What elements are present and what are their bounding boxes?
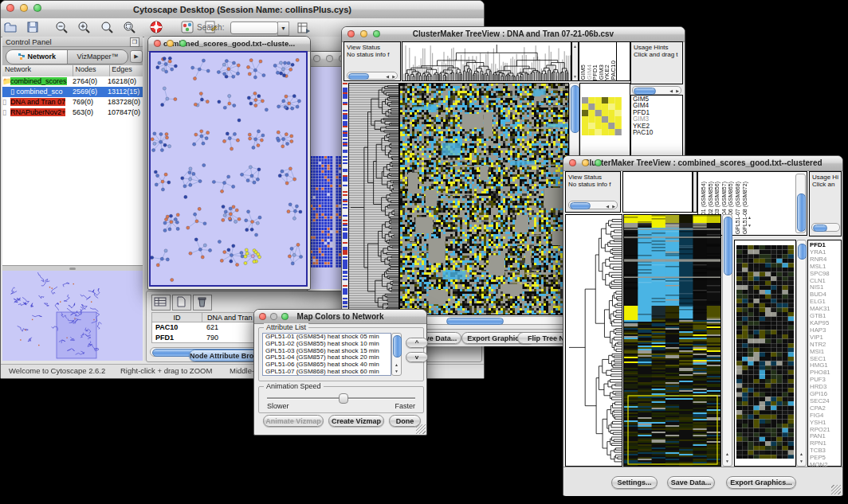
attribute-item[interactable]: GPL51-07 (GSM868) heat shock 60 min xyxy=(263,369,391,376)
gene-label[interactable]: RNR4 xyxy=(810,256,841,264)
close-icon[interactable] xyxy=(154,40,161,47)
scroll-up-icon[interactable] xyxy=(748,215,752,220)
col-id[interactable]: ID xyxy=(152,313,202,322)
gene-label[interactable]: GTB1 xyxy=(810,313,841,320)
zoom-window-icon[interactable] xyxy=(595,159,602,166)
network-overview-canvas[interactable] xyxy=(2,271,143,361)
mini-heatmap-pane[interactable] xyxy=(734,240,796,467)
hscroll-thumb[interactable] xyxy=(813,225,827,232)
gene-label[interactable]: TCB3 xyxy=(810,447,841,455)
zoom-out-icon[interactable] xyxy=(54,20,69,34)
col-edges[interactable]: Edges xyxy=(109,65,143,76)
usage-hints-hscrollbar[interactable] xyxy=(632,86,681,95)
heatmap-pane[interactable] xyxy=(623,214,721,467)
scroll-down-icon[interactable] xyxy=(748,223,752,228)
gene-label[interactable]: PHO81 xyxy=(810,369,841,377)
scroll-down-icon[interactable] xyxy=(395,369,398,373)
attribute-grid-icon[interactable] xyxy=(151,295,171,311)
attribute-item[interactable]: GPL51-03 (GSM856) heat shock 15 min xyxy=(263,348,391,355)
gene-label[interactable]: HMG1 xyxy=(810,362,841,369)
row-dendrogram-pane[interactable] xyxy=(565,214,622,467)
hscroll-thumb[interactable] xyxy=(570,202,591,209)
close-icon[interactable] xyxy=(347,30,355,37)
gene-label[interactable]: SEC1 xyxy=(810,356,841,363)
resize-grip[interactable] xyxy=(416,424,426,434)
heatmap-pane[interactable] xyxy=(399,83,569,315)
close-icon[interactable] xyxy=(569,159,576,166)
scroll-right-icon[interactable] xyxy=(612,203,615,210)
column-label[interactable]: YKE2 xyxy=(604,64,610,80)
row-dendrogram-pane[interactable] xyxy=(348,83,399,315)
close-icon[interactable] xyxy=(313,55,320,62)
column-label[interactable]: GPL51-07 (GSM868) xyxy=(735,182,742,234)
scroll-down-icon[interactable] xyxy=(573,74,577,79)
gene-label[interactable]: KAP95 xyxy=(810,320,841,327)
column-dendrogram-pane[interactable] xyxy=(622,171,693,213)
gene-label[interactable]: PAN1 xyxy=(810,433,841,440)
column-label[interactable]: PAC10 xyxy=(610,61,617,80)
scroll-left-icon[interactable] xyxy=(606,203,609,210)
delete-attribute-icon[interactable] xyxy=(193,295,212,311)
column-dendrogram-canvas[interactable] xyxy=(402,42,571,80)
main-title-bar[interactable]: Cytoscape Desktop (Session Name: collins… xyxy=(1,1,484,19)
gene-label[interactable]: ELG1 xyxy=(810,299,841,306)
open-file-icon[interactable] xyxy=(3,20,18,34)
scroll-up-icon[interactable] xyxy=(725,451,729,456)
tab-network[interactable]: Network xyxy=(6,50,68,64)
gene-label[interactable]: NTR2 xyxy=(810,342,841,349)
search-dropdown-icon[interactable]: ▼ xyxy=(277,21,289,36)
move-up-button[interactable]: ^ xyxy=(406,338,428,348)
animate-vizmap-button[interactable]: Animate Vizmap xyxy=(263,415,324,427)
hscroll-thumb[interactable] xyxy=(634,88,656,95)
network-canvas[interactable] xyxy=(151,53,306,285)
zoom-window-icon[interactable] xyxy=(281,313,289,320)
gene-label[interactable]: FIG4 xyxy=(810,412,841,420)
vscroll-thumb[interactable] xyxy=(724,217,732,275)
new-attribute-icon[interactable] xyxy=(172,295,191,311)
scroll-down-icon[interactable] xyxy=(725,459,729,463)
network-color-icon[interactable] xyxy=(180,20,194,34)
gene-label[interactable]: CPA2 xyxy=(810,405,841,412)
gene-label[interactable]: YSH1 xyxy=(810,420,841,427)
attribute-item[interactable]: GPL51-01 (GSM854) heat shock 05 min xyxy=(263,334,391,341)
usage-hints-hscrollbar[interactable] xyxy=(811,223,840,232)
scroll-up-icon[interactable] xyxy=(573,44,577,49)
vscroll-thumb[interactable] xyxy=(393,335,402,357)
mini-heatmap-canvas[interactable] xyxy=(736,245,794,459)
gene-label[interactable]: MSI1 xyxy=(810,349,841,356)
help-lifering-icon[interactable] xyxy=(149,20,163,34)
scroll-left-icon[interactable] xyxy=(386,73,389,80)
treeview2-title-bar[interactable]: ClusterMaker TreeView : combined_scores_… xyxy=(563,156,842,171)
tab-vizmapper[interactable]: VizMapper™ xyxy=(68,50,128,64)
scroll-left-icon[interactable] xyxy=(669,88,673,93)
export-graphics-button[interactable]: Export Graphics... xyxy=(726,476,796,489)
column-label[interactable]: PFD1 xyxy=(592,64,599,80)
vscroll-thumb[interactable] xyxy=(797,193,806,232)
minimize-icon[interactable] xyxy=(270,313,277,320)
heatmap-canvas[interactable] xyxy=(400,84,568,315)
column-dendrogram-pane[interactable] xyxy=(402,41,571,81)
mini-vscrollbar[interactable] xyxy=(796,240,807,467)
float-panel-icon[interactable]: ❐ xyxy=(130,37,139,47)
scroll-down-icon[interactable] xyxy=(799,459,803,463)
save-data-button[interactable]: Save Data... xyxy=(667,476,715,489)
gene-label[interactable]: RPO21 xyxy=(810,427,841,434)
search-input[interactable] xyxy=(230,21,278,34)
minimize-icon[interactable] xyxy=(20,4,28,12)
col-nodes[interactable]: Nodes xyxy=(73,65,109,76)
minimize-icon[interactable] xyxy=(326,55,333,62)
gene-label[interactable]: HRD3 xyxy=(810,384,841,391)
minimize-icon[interactable] xyxy=(360,30,367,37)
move-down-button[interactable]: v xyxy=(406,352,428,362)
gene-label[interactable]: BUD4 xyxy=(810,291,841,299)
minimize-icon[interactable] xyxy=(167,40,174,47)
scroll-up-icon[interactable] xyxy=(799,451,803,456)
close-icon[interactable] xyxy=(6,4,14,12)
window-controls[interactable] xyxy=(6,4,41,12)
scroll-right-icon[interactable] xyxy=(392,73,395,80)
gene-label[interactable]: YRA1 xyxy=(810,249,841,256)
zoom-window-icon[interactable] xyxy=(33,4,41,12)
gene-label[interactable]: RPN1 xyxy=(810,440,841,447)
gene-label[interactable]: MSL1 xyxy=(810,264,841,271)
zoom-in-icon[interactable] xyxy=(77,20,91,34)
